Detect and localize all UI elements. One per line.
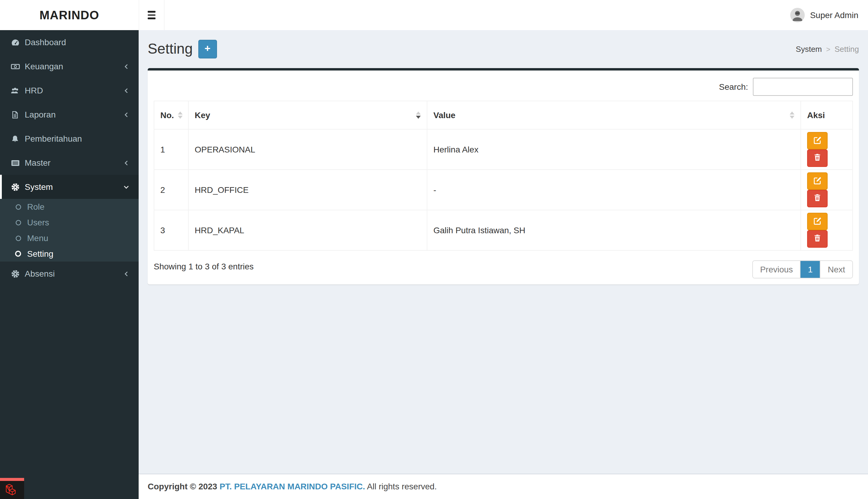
chevron-left-icon <box>123 87 130 94</box>
table-header-row: No. Key Value Aksi <box>154 101 853 129</box>
cell-actions <box>801 129 853 170</box>
file-text-icon <box>9 110 21 119</box>
add-setting-button[interactable]: + <box>198 39 217 58</box>
table-info: Showing 1 to 3 of 3 entries <box>154 258 254 271</box>
sidebar: Dashboard Keuangan HRD <box>0 30 139 499</box>
plus-icon: + <box>205 39 211 59</box>
user-name: Super Admin <box>810 10 858 20</box>
application-window: MARINDO Super Admin Da <box>0 0 868 499</box>
user-menu[interactable]: Super Admin <box>790 0 858 30</box>
sort-icons <box>174 111 182 119</box>
sidebar-item-label: Laporan <box>25 110 56 119</box>
sidebar-item-users[interactable]: Users <box>0 215 139 230</box>
table-row: 3 HRD_KAPAL Galih Putra Istiawan, SH <box>154 210 853 251</box>
sidebar-item-label: Pemberitahuan <box>25 134 82 144</box>
edit-button[interactable] <box>807 132 828 149</box>
pagination: Previous 1 Next <box>752 260 853 278</box>
chevron-left-icon <box>123 111 130 118</box>
sidebar-item-label: HRD <box>25 86 43 95</box>
submenu-item-label: Setting <box>27 249 53 258</box>
circle-o-icon <box>13 235 23 241</box>
sidebar-item-laporan[interactable]: Laporan <box>0 102 139 126</box>
table-row: 1 OPERASIONAL Herlina Alex <box>154 129 853 170</box>
chevron-left-icon <box>123 63 130 70</box>
submenu-item-label: Users <box>27 218 49 227</box>
column-header-no[interactable]: No. <box>154 101 188 129</box>
submenu-item-label: Menu <box>27 233 48 243</box>
footer-rights: All rights reserved. <box>367 482 437 491</box>
pagination-next[interactable]: Next <box>820 261 852 278</box>
sidebar-item-label: Keuangan <box>25 61 63 71</box>
app-logo-text: MARINDO <box>39 8 99 22</box>
submenu-item-label: Role <box>27 202 45 211</box>
sidebar-item-label: Dashboard <box>25 37 66 47</box>
column-header-key[interactable]: Key <box>188 101 427 129</box>
money-icon <box>9 62 21 71</box>
datatable-footer: Showing 1 to 3 of 3 entries Previous 1 N… <box>154 258 853 278</box>
circle-o-icon <box>13 203 23 210</box>
laravel-logo-icon <box>4 483 16 497</box>
circle-o-icon <box>13 219 23 226</box>
footer-copyright: Copyright © 2023 <box>148 482 217 491</box>
sort-icons-desc <box>412 111 421 119</box>
chevron-left-icon <box>123 270 130 277</box>
cell-key: HRD_OFFICE <box>188 170 427 210</box>
trash-icon <box>813 153 822 163</box>
cell-key: OPERASIONAL <box>188 129 427 170</box>
sidebar-item-dashboard[interactable]: Dashboard <box>0 30 139 54</box>
pagination-page-1[interactable]: 1 <box>801 261 820 278</box>
delete-button[interactable] <box>807 149 828 167</box>
sidebar-item-master[interactable]: Master <box>0 151 139 175</box>
avatar <box>790 8 805 22</box>
content-header: Setting + System > Setting <box>139 30 868 59</box>
sidebar-item-label: System <box>25 182 53 192</box>
breadcrumb-current: Setting <box>834 45 859 54</box>
trash-icon <box>813 193 822 204</box>
users-icon <box>9 86 21 95</box>
sidebar-item-setting[interactable]: Setting <box>0 246 139 261</box>
tachometer-icon <box>9 38 21 47</box>
edit-pencil-square-icon <box>813 216 822 227</box>
search-input[interactable] <box>753 78 853 96</box>
column-header-value[interactable]: Value <box>427 101 801 129</box>
list-icon <box>9 158 21 167</box>
cell-no: 2 <box>154 170 188 210</box>
debugbar-red-line <box>0 478 24 481</box>
breadcrumb: System > Setting <box>796 45 859 54</box>
chevron-left-icon <box>123 159 130 166</box>
sidebar-item-menu[interactable]: Menu <box>0 230 139 246</box>
delete-button[interactable] <box>807 230 828 248</box>
search-label: Search: <box>719 82 748 92</box>
delete-button[interactable] <box>807 190 828 207</box>
circle-o-icon <box>13 250 23 257</box>
breadcrumb-system-link[interactable]: System <box>796 45 822 54</box>
sidebar-item-pemberitahuan[interactable]: Pemberitahuan <box>0 126 139 151</box>
sidebar-item-role[interactable]: Role <box>0 199 139 215</box>
app-logo[interactable]: MARINDO <box>0 0 139 30</box>
sidebar-item-label: Absensi <box>25 269 55 278</box>
cell-no: 1 <box>154 129 188 170</box>
column-header-aksi: Aksi <box>801 101 853 129</box>
cell-value: Herlina Alex <box>427 129 801 170</box>
cell-actions <box>801 210 853 251</box>
sidebar-item-keuangan[interactable]: Keuangan <box>0 54 139 78</box>
gear-icon <box>9 269 21 278</box>
edit-button[interactable] <box>807 172 828 190</box>
datatable-search: Search: <box>154 78 853 96</box>
cell-actions <box>801 170 853 210</box>
top-navbar: Super Admin <box>139 0 868 30</box>
pagination-previous[interactable]: Previous <box>753 261 801 278</box>
edit-pencil-square-icon <box>813 135 822 146</box>
settings-box: Search: No. Key <box>148 68 859 284</box>
sidebar-toggle-button[interactable] <box>139 0 164 30</box>
gear-icon <box>9 182 21 191</box>
sidebar-item-absensi[interactable]: Absensi <box>0 261 139 286</box>
edit-button[interactable] <box>807 213 828 230</box>
sidebar-item-hrd[interactable]: HRD <box>0 78 139 102</box>
page-title-row: Setting + <box>148 39 217 59</box>
laravel-debugbar[interactable] <box>0 478 24 499</box>
footer-company-link[interactable]: PT. PELAYARAN MARINDO PASIFIC. <box>219 482 365 491</box>
sidebar-item-system[interactable]: System Role Users Menu <box>0 175 139 261</box>
settings-table: No. Key Value Aksi <box>154 101 853 251</box>
system-submenu: Role Users Menu Setting <box>0 199 139 261</box>
